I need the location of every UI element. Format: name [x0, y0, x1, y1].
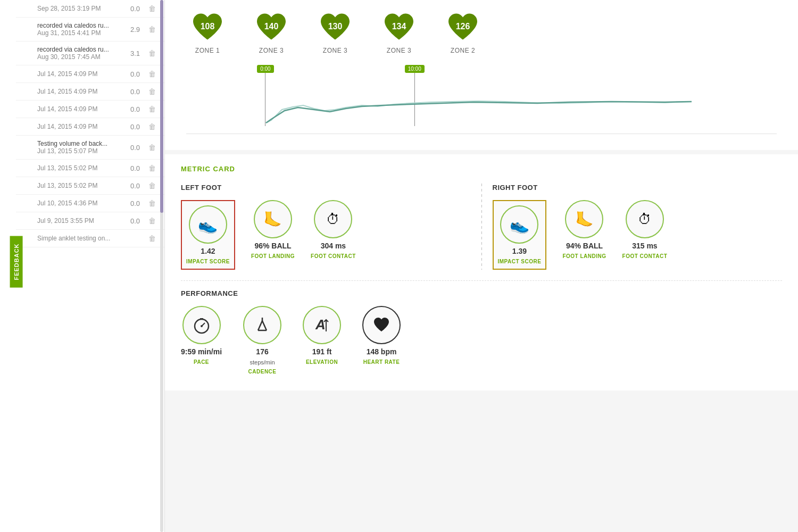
sidebar-item-actions-7: 0.0🗑: [130, 143, 156, 152]
sidebar-item-4[interactable]: Jul 14, 2015 4:09 PM0.0🗑: [16, 83, 164, 101]
impact-score-left: 👟 1.42 IMPACT SCORE: [186, 205, 230, 264]
cadence-label: CADENCE: [248, 369, 277, 375]
sidebar-item-8[interactable]: Jul 13, 2015 5:02 PM0.0🗑: [16, 160, 164, 177]
sidebar-item-score-4: 0.0: [130, 88, 140, 96]
impact-score-left-box[interactable]: 👟 1.42 IMPACT SCORE: [181, 200, 235, 270]
sidebar-item-date-6: Jul 14, 2015 4:09 PM: [37, 123, 97, 130]
impact-score-right-label: IMPACT SCORE: [498, 259, 542, 264]
chart-marker-label-1: 10:00: [405, 65, 425, 73]
scrollbar-thumb[interactable]: [160, 0, 163, 213]
sidebar-item-title-1: recorded via caledos ru...: [37, 22, 109, 29]
sidebar-item-info-5: Jul 14, 2015 4:09 PM: [37, 105, 97, 113]
svg-line-7: [262, 321, 267, 330]
sidebar-item-10[interactable]: Jul 10, 2015 4:36 PM0.0🗑: [16, 195, 164, 212]
right-foot-section: RIGHT FOOT 👟 1.39 IMPACT SCORE: [493, 184, 783, 270]
right-foot-metrics-row: 👟 1.39 IMPACT SCORE 🦶 94% BALL FOOT LAND…: [493, 200, 772, 270]
impact-score-left-circle: 👟: [189, 205, 227, 244]
impact-score-right-box[interactable]: 👟 1.39 IMPACT SCORE: [493, 200, 547, 270]
sidebar-item-11[interactable]: Jul 9, 2015 3:55 PM0.0🗑: [16, 212, 164, 230]
impact-score-left-label: IMPACT SCORE: [186, 259, 230, 264]
sidebar-item-date-1: Aug 31, 2015 4:41 PM: [37, 29, 109, 37]
sidebar-item-info-10: Jul 10, 2015 4:36 PM: [37, 200, 97, 207]
foot-icon-right: 🦶: [575, 211, 594, 228]
foot-landing-right-circle: 🦶: [565, 200, 603, 238]
shoe-icon-right: 👟: [510, 215, 529, 234]
sidebar: Sep 28, 2015 3:19 PM0.0🗑recorded via cal…: [0, 0, 165, 532]
sidebar-item-score-1: 2.9: [130, 26, 140, 34]
cadence-icon: [253, 315, 272, 335]
sidebar-item-score-8: 0.0: [130, 164, 140, 172]
feedback-tab[interactable]: FEEDBACK: [10, 236, 23, 287]
sidebar-item-actions-8: 0.0🗑: [130, 164, 156, 172]
heart-icon-1: 140: [255, 11, 287, 43]
sidebar-item-date-4: Jul 14, 2015 4:09 PM: [37, 88, 97, 95]
sidebar-item-title-2: recorded via caledos ru...: [37, 46, 109, 53]
shoe-icon-left: 👟: [198, 215, 218, 234]
right-foot-title: RIGHT FOOT: [493, 184, 772, 192]
foot-landing-right-value: 94% BALL: [566, 242, 603, 250]
foot-landing-right-label: FOOT LANDING: [562, 253, 606, 259]
sidebar-item-delete-7[interactable]: 🗑: [148, 143, 156, 152]
pace-value: 9:59 min/mi: [181, 347, 222, 356]
sidebar-item-7[interactable]: Testing volume of back...Jul 13, 2015 5:…: [16, 136, 164, 160]
heart-icon-4: 126: [447, 11, 479, 43]
cadence-value: 176: [256, 347, 268, 356]
feedback-label: FEEDBACK: [13, 243, 20, 280]
sidebar-item-score-6: 0.0: [130, 123, 140, 131]
sidebar-item-delete-1[interactable]: 🗑: [148, 25, 156, 34]
sidebar-item-actions-5: 0.0🗑: [130, 105, 156, 113]
sidebar-item-6[interactable]: Jul 14, 2015 4:09 PM0.0🗑: [16, 118, 164, 136]
sidebar-item-3[interactable]: Jul 14, 2015 4:09 PM0.0🗑: [16, 65, 164, 83]
sidebar-item-delete-12[interactable]: 🗑: [148, 234, 156, 243]
sidebar-item-delete-6[interactable]: 🗑: [148, 122, 156, 131]
sidebar-item-score-5: 0.0: [130, 105, 140, 113]
impact-score-right-value: 1.39: [512, 247, 527, 255]
impact-score-left-value: 1.42: [201, 247, 215, 255]
sidebar-item-actions-12: 🗑: [148, 234, 156, 243]
chart-marker-label-0: 0:00: [257, 65, 273, 73]
metric-card-section: METRIC CARD LEFT FOOT 👟 1.42 IMPACT SCOR…: [165, 154, 798, 390]
sidebar-item-12[interactable]: Simple anklet testing on...🗑: [16, 230, 164, 247]
sidebar-item-score-7: 0.0: [130, 144, 140, 152]
sidebar-item-delete-9[interactable]: 🗑: [148, 181, 156, 190]
performance-title: PERFORMANCE: [181, 289, 782, 297]
sidebar-item-9[interactable]: Jul 13, 2015 5:02 PM0.0🗑: [16, 177, 164, 195]
foot-contact-right: ⏱ 315 ms FOOT CONTACT: [622, 200, 668, 259]
contact-icon-left: ⏱: [326, 211, 340, 228]
zone-value-1: 140: [264, 22, 279, 31]
sidebar-item-delete-8[interactable]: 🗑: [148, 164, 156, 172]
left-foot-section: LEFT FOOT 👟 1.42 IMPACT SCORE: [181, 184, 471, 270]
zone-label-0: ZONE 1: [195, 47, 220, 54]
sidebar-item-info-8: Jul 13, 2015 5:02 PM: [37, 164, 97, 172]
sidebar-item-1[interactable]: recorded via caledos ru...Aug 31, 2015 4…: [16, 18, 164, 41]
sidebar-item-score-10: 0.0: [130, 200, 140, 207]
sidebar-item-delete-10[interactable]: 🗑: [148, 199, 156, 207]
sidebar-item-delete-2[interactable]: 🗑: [148, 49, 156, 57]
zone-item-4: 126 ZONE 2: [447, 11, 479, 54]
zone-item-1: 140 ZONE 3: [255, 11, 287, 54]
elevation-circle: A: [303, 306, 341, 344]
sidebar-item-date-0: Sep 28, 2015 3:19 PM: [37, 5, 101, 12]
sidebar-item-actions-2: 3.1🗑: [130, 49, 156, 57]
cadence-sublabel: steps/min: [250, 359, 275, 365]
sidebar-item-date-10: Jul 10, 2015 4:36 PM: [37, 200, 97, 207]
sidebar-item-2[interactable]: recorded via caledos ru...Aug 30, 2015 7…: [16, 41, 164, 65]
pace-item: 9:59 min/mi PACE: [181, 306, 222, 375]
pace-circle: [182, 306, 221, 344]
left-foot-title: LEFT FOOT: [181, 184, 460, 192]
sidebar-item-delete-11[interactable]: 🗑: [148, 217, 156, 225]
sidebar-item-date-2: Aug 30, 2015 7:45 AM: [37, 53, 109, 61]
foot-contact-right-label: FOOT CONTACT: [622, 253, 668, 259]
foot-divider: [481, 184, 482, 270]
sidebar-scrollbar[interactable]: [160, 0, 163, 532]
sidebar-item-delete-5[interactable]: 🗑: [148, 105, 156, 113]
cadence-item: 176 steps/min CADENCE: [243, 306, 281, 375]
foot-contact-left-circle: ⏱: [314, 200, 352, 238]
sidebar-item-0[interactable]: Sep 28, 2015 3:19 PM0.0🗑: [16, 0, 164, 18]
sidebar-item-5[interactable]: Jul 14, 2015 4:09 PM0.0🗑: [16, 101, 164, 118]
sidebar-item-delete-3[interactable]: 🗑: [148, 70, 156, 78]
foot-landing-left: 🦶 96% BALL FOOT LANDING: [251, 200, 295, 259]
sidebar-item-delete-0[interactable]: 🗑: [148, 4, 156, 13]
sidebar-item-delete-4[interactable]: 🗑: [148, 87, 156, 96]
heart-rate-label: HEART RATE: [363, 359, 400, 365]
